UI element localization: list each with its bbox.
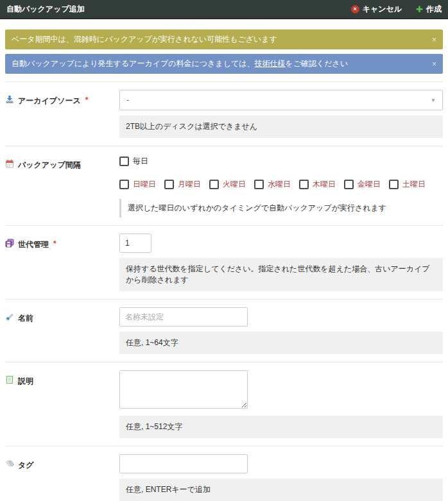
wednesday-label: 水曜日 [268,179,291,190]
archive-source-selected-value: - [126,96,129,105]
description-label-text: 説明 [18,376,33,387]
tag-input[interactable] [119,454,248,473]
wednesday-checkbox[interactable] [254,180,264,189]
everyday-label: 毎日 [133,156,148,167]
backup-interval-control: 毎日 日曜日 月曜日 火曜日 水曜日 [119,154,443,217]
name-label: 名前 [5,307,119,354]
generations-label: 世代管理 * [5,234,119,291]
friday-label: 金曜日 [358,179,381,190]
everyday-checkbox[interactable] [119,157,129,166]
monday-label: 月曜日 [178,179,201,190]
name-label-text: 名前 [18,313,33,324]
tech-spec-link[interactable]: 技術仕様 [254,59,285,68]
day-checkbox-item-sunday: 日曜日 [119,179,156,190]
create-button-label: 作成 [426,4,442,15]
cancel-button[interactable]: × キャンセル [351,4,402,15]
saturday-label: 土曜日 [402,179,426,190]
description-control: 任意, 1~512文字 [119,370,443,438]
header-actions: × キャンセル ✚ 作成 [351,4,442,15]
day-checkbox-item-thursday: 木曜日 [299,179,336,190]
generations-help: 保持する世代数を指定してください。指定された世代数を超えた場合、古いアーカイブか… [119,258,443,291]
row-tags: タグ 任意, ENTERキーで追加 [5,446,443,501]
archive-download-icon [5,95,14,104]
everyday-checkbox-item: 毎日 [119,156,148,167]
tags-label: タグ [5,454,119,501]
saturday-checkbox[interactable] [389,180,399,189]
description-help: 任意, 1~512文字 [119,416,443,438]
tags-help: 任意, ENTERキーで追加 [119,479,443,501]
window-title-bar: 自動バックアップ追加 × キャンセル ✚ 作成 [0,0,448,19]
name-control: 任意, 1~64文字 [119,307,443,354]
generations-control: 保持する世代数を指定してください。指定された世代数を超えた場合、古いアーカイブか… [119,234,443,291]
generations-stack-icon [5,239,14,248]
generations-input[interactable] [119,234,151,253]
close-icon[interactable]: × [426,60,436,69]
tuesday-label: 火曜日 [223,179,246,190]
backup-interval-label: バックアップ間隔 [5,154,119,217]
day-checkbox-item-friday: 金曜日 [344,179,381,190]
document-note-icon [5,375,14,384]
day-checkbox-item-saturday: 土曜日 [389,179,426,190]
archive-source-label: アーカイブソース * [5,90,119,138]
required-mark: * [85,96,89,105]
tags-label-text: タグ [18,460,34,471]
tags-control: 任意, ENTERキーで追加 [119,454,443,501]
row-name: 名前 任意, 1~64文字 [5,299,443,362]
name-input[interactable] [119,307,248,327]
calendar-icon [5,159,14,168]
friday-checkbox[interactable] [344,180,354,189]
beta-warning-text: ベータ期間中は、混雑時にバックアップが実行されない可能性もございます [12,34,277,45]
day-checkbox-item-tuesday: 火曜日 [209,179,246,190]
generations-label-text: 世代管理 [18,239,49,250]
chevron-down-icon: ▼ [431,98,436,103]
pricing-info-banner: 自動バックアップにより発生するアーカイブの料金につきましては、技術仕様をご確認く… [5,54,443,74]
thursday-label: 木曜日 [313,179,336,190]
rename-pencil-icon [5,312,14,321]
description-textarea[interactable] [119,370,248,409]
row-description: 説明 任意, 1~512文字 [5,362,443,446]
cancel-button-label: キャンセル [363,4,402,15]
row-backup-interval: バックアップ間隔 毎日 日曜日 月曜日 火曜日 [5,146,443,225]
pricing-info-text-before: 自動バックアップにより発生するアーカイブの料金につきましては、 [12,59,254,68]
required-mark: * [53,239,56,248]
backup-interval-help: 選択した曜日のいずれかのタイミングで自動バックアップが実行されます [119,199,443,217]
thursday-checkbox[interactable] [299,180,309,189]
plus-icon: ✚ [416,5,423,13]
archive-source-label-text: アーカイブソース [18,96,81,106]
day-checkbox-item-wednesday: 水曜日 [254,179,291,190]
row-archive-source: アーカイブソース * - ▼ 2TB以上のディスクは選択できません [5,81,443,146]
weekday-checkbox-row: 日曜日 月曜日 火曜日 水曜日 木曜日 [119,179,443,190]
description-label: 説明 [5,370,119,438]
create-button-header[interactable]: ✚ 作成 [416,4,442,15]
monday-checkbox[interactable] [164,180,174,189]
sunday-label: 日曜日 [133,179,156,190]
archive-source-control: - ▼ 2TB以上のディスクは選択できません [119,90,443,138]
pricing-info-text-after: をご確認ください [285,59,348,68]
page-title: 自動バックアップ追加 [6,4,85,15]
auto-backup-form: アーカイブソース * - ▼ 2TB以上のディスクは選択できません [5,81,443,501]
sunday-checkbox[interactable] [119,180,129,189]
beta-warning-banner: ベータ期間中は、混雑時にバックアップが実行されない可能性もございます × [5,30,443,49]
day-checkbox-item-monday: 月曜日 [164,179,201,190]
archive-source-select[interactable]: - ▼ [119,90,443,110]
row-generations: 世代管理 * 保持する世代数を指定してください。指定された世代数を超えた場合、古… [5,225,443,299]
name-help: 任意, 1~64文字 [119,332,443,354]
pricing-info-text: 自動バックアップにより発生するアーカイブの料金につきましては、技術仕様をご確認く… [12,58,348,69]
cancel-x-icon: × [351,5,359,13]
archive-source-help: 2TB以上のディスクは選択できません [119,115,443,138]
tuesday-checkbox[interactable] [209,180,219,189]
backup-interval-label-text: バックアップ間隔 [18,160,81,171]
close-icon[interactable]: × [426,35,436,44]
tags-icon [5,459,14,468]
